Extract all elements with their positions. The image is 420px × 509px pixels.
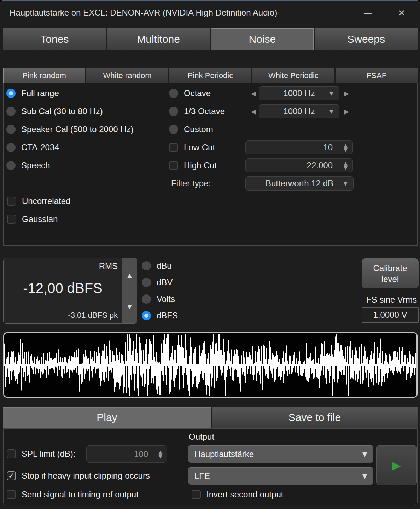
third-octave-label: 1/3 Octave <box>184 106 225 116</box>
checkbox-spl-limit[interactable]: ✓ <box>7 449 16 458</box>
tab-pink-periodic[interactable]: Pink Periodic <box>169 68 251 83</box>
tab-pink-random[interactable]: Pink random <box>3 68 85 83</box>
tab-white-periodic[interactable]: White Periodic <box>252 68 334 83</box>
tab-noise-label: Noise <box>249 33 276 45</box>
output-play-button[interactable]: ▶ <box>376 445 417 485</box>
radio-octave[interactable] <box>169 89 178 98</box>
radio-third-octave[interactable] <box>169 107 178 116</box>
tab-tones-label: Tones <box>40 33 69 45</box>
tab-tones[interactable]: Tones <box>3 28 106 50</box>
speaker-cal-label: Speaker Cal (500 to 2000 Hz) <box>21 124 134 134</box>
octave-label: Octave <box>184 88 211 98</box>
radio-full-range[interactable] <box>6 89 16 98</box>
rms-value[interactable]: -12,00 dBFS <box>4 280 122 296</box>
high-cut-label: High Cut <box>184 160 217 170</box>
low-cut-input[interactable]: 10 ▲▼ <box>245 140 353 154</box>
level-slider[interactable]: ▲ ▼ <box>122 258 137 323</box>
high-cut-value: 22.000 <box>307 160 333 170</box>
tab-white-random[interactable]: White random <box>86 68 168 83</box>
minimize-icon: — <box>363 8 372 18</box>
output-label: Output <box>189 432 214 442</box>
minimize-button[interactable]: — <box>359 5 377 21</box>
third-octave-frequency-value: 1000 Hz <box>283 106 315 116</box>
radio-dbfs[interactable] <box>142 311 151 320</box>
tab-fsaf[interactable]: FSAF <box>336 68 418 83</box>
third-octave-prev-button[interactable]: ◀ <box>249 104 258 118</box>
spl-limit-input[interactable]: 100 ▲▼ <box>86 445 167 463</box>
save-to-file-button[interactable]: Save to file <box>212 407 418 428</box>
filter-type-select[interactable]: Butterworth 12 dB ▼ <box>245 176 354 191</box>
checkbox-gaussian[interactable]: ✓ <box>7 215 16 224</box>
checkbox-invert-second[interactable]: ✓ <box>192 490 201 499</box>
third-octave-frequency-select[interactable]: 1000 Hz ▼ <box>259 104 339 118</box>
radio-custom[interactable] <box>169 125 178 134</box>
low-cut-label: Low Cut <box>184 142 215 152</box>
noise-type-tabs: Pink random White random Pink Periodic W… <box>3 68 418 83</box>
title-bar: Hauptlautstärke on EXCL: DENON-AVR (NVID… <box>0 1 420 25</box>
radio-sub-cal[interactable] <box>6 107 16 116</box>
signal-tabs: Tones Multitone Noise Sweeps <box>3 28 418 50</box>
octave-next-button[interactable]: ▶ <box>342 86 351 100</box>
octave-prev-button[interactable]: ◀ <box>249 86 258 100</box>
play-icon: ▶ <box>392 459 401 472</box>
noise-options-panel: Full range Sub Cal (30 to 80 Hz) Speaker… <box>3 83 418 246</box>
octave-frequency-value: 1000 Hz <box>283 88 315 98</box>
radio-cta-2034[interactable] <box>6 143 16 152</box>
checkbox-low-cut[interactable]: ✓ <box>169 143 178 152</box>
spin-down-icon[interactable]: ▼ <box>344 165 348 170</box>
tab-noise[interactable]: Noise <box>211 28 314 50</box>
spin-down-icon[interactable]: ▼ <box>158 454 162 458</box>
uncorrelated-label: Uncorrelated <box>22 196 70 206</box>
tab-white-periodic-label: White Periodic <box>268 71 319 80</box>
checkbox-timing-ref[interactable]: ✓ <box>7 490 16 499</box>
tab-white-random-label: White random <box>103 71 152 80</box>
fs-sine-label: FS sine Vrms <box>347 295 417 305</box>
tab-multitone[interactable]: Multitone <box>107 28 210 50</box>
play-button[interactable]: Play <box>3 407 211 428</box>
output-primary-select[interactable]: Hauptlautstärke ▼ <box>188 445 373 463</box>
arrow-down-icon: ▼ <box>127 303 132 310</box>
arrow-right-icon: ▶ <box>344 107 349 115</box>
tab-sweeps-label: Sweeps <box>347 33 385 45</box>
checkbox-stop-clipping[interactable]: ✓ <box>7 471 16 480</box>
rms-peak-value: -3,01 dBFS pk <box>68 311 118 320</box>
third-octave-next-button[interactable]: ▶ <box>342 104 351 118</box>
slider-up-button[interactable]: ▲ <box>122 272 137 279</box>
spl-limit-label: SPL limit (dB): <box>22 449 75 459</box>
dbfs-label: dBFS <box>157 311 178 321</box>
fs-sine-input[interactable]: 1,0000 V <box>362 307 419 323</box>
spl-limit-value: 100 <box>134 449 148 459</box>
invert-second-label: Invert second output <box>206 490 283 499</box>
spin-down-icon[interactable]: ▼ <box>344 147 348 152</box>
tab-fsaf-label: FSAF <box>367 71 386 80</box>
tab-multitone-label: Multitone <box>137 33 180 45</box>
radio-speaker-cal[interactable] <box>6 125 16 134</box>
checkbox-high-cut[interactable]: ✓ <box>169 161 178 170</box>
arrow-left-icon: ◀ <box>251 107 256 115</box>
waveform-canvas <box>4 333 416 397</box>
radio-dbu[interactable] <box>142 261 151 270</box>
speech-label: Speech <box>21 160 50 170</box>
radio-dbv[interactable] <box>142 278 151 287</box>
high-cut-input[interactable]: 22.000 ▲▼ <box>245 158 353 172</box>
tab-sweeps[interactable]: Sweeps <box>315 28 418 50</box>
sub-cal-label: Sub Cal (30 to 80 Hz) <box>21 106 103 116</box>
checkbox-uncorrelated[interactable]: ✓ <box>7 197 16 206</box>
radio-speech[interactable] <box>6 161 16 170</box>
save-button-label: Save to file <box>288 411 341 423</box>
dbu-label: dBu <box>157 261 172 271</box>
rms-label: RMS <box>99 261 118 271</box>
tab-pink-periodic-label: Pink Periodic <box>188 71 233 80</box>
output-secondary-select[interactable]: LFE ▼ <box>188 467 373 485</box>
filter-type-value: Butterworth 12 dB <box>266 179 333 188</box>
output-primary-value: Hauptlautstärke <box>194 449 254 459</box>
close-button[interactable]: ✕ <box>393 5 410 21</box>
gaussian-label: Gaussian <box>22 214 58 224</box>
slider-down-button[interactable]: ▼ <box>122 303 137 310</box>
radio-volts[interactable] <box>142 294 151 304</box>
calibrate-level-button[interactable]: Calibrate level <box>362 258 419 288</box>
close-icon: ✕ <box>398 8 405 18</box>
play-button-label: Play <box>97 411 117 423</box>
filter-type-label: Filter type: <box>171 179 211 188</box>
octave-frequency-select[interactable]: 1000 Hz ▼ <box>259 86 339 100</box>
